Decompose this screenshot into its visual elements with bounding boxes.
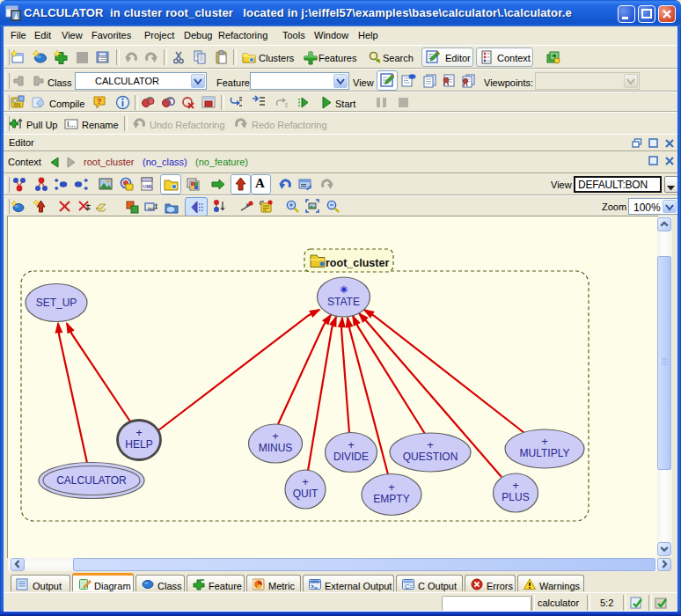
- svg-text:EMPTY: EMPTY: [373, 493, 409, 505]
- svg-text:+: +: [541, 435, 548, 448]
- svg-text:MINUS: MINUS: [259, 442, 293, 454]
- svg-text:DIVIDE: DIVIDE: [333, 451, 369, 463]
- svg-text:MULTIPLY: MULTIPLY: [520, 447, 570, 459]
- svg-text:C=: C=: [405, 583, 414, 590]
- svg-text:QUESTION: QUESTION: [403, 451, 458, 463]
- svg-text:+: +: [135, 426, 143, 439]
- svg-text:CALCULATOR: CALCULATOR: [56, 474, 127, 487]
- svg-text:SET_UP: SET_UP: [36, 297, 77, 309]
- svg-text:?: ?: [97, 97, 102, 106]
- svg-text:+: +: [348, 438, 355, 451]
- svg-text:iso: iso: [148, 206, 155, 211]
- svg-text:+: +: [302, 475, 309, 488]
- svg-text:✳: ✳: [340, 284, 348, 295]
- svg-text:QUIT: QUIT: [293, 488, 319, 500]
- svg-text:STATE: STATE: [327, 296, 360, 308]
- svg-text:I...: I...: [67, 120, 76, 128]
- svg-text:PLUS: PLUS: [502, 491, 529, 503]
- svg-text:+: +: [512, 479, 519, 492]
- svg-text:+: +: [388, 480, 395, 494]
- svg-text:HELP: HELP: [125, 438, 152, 451]
- svg-text:+: +: [272, 429, 279, 443]
- svg-text:+: +: [427, 438, 434, 451]
- svg-text:root_cluster: root_cluster: [326, 257, 389, 269]
- svg-text:UML: UML: [143, 184, 155, 189]
